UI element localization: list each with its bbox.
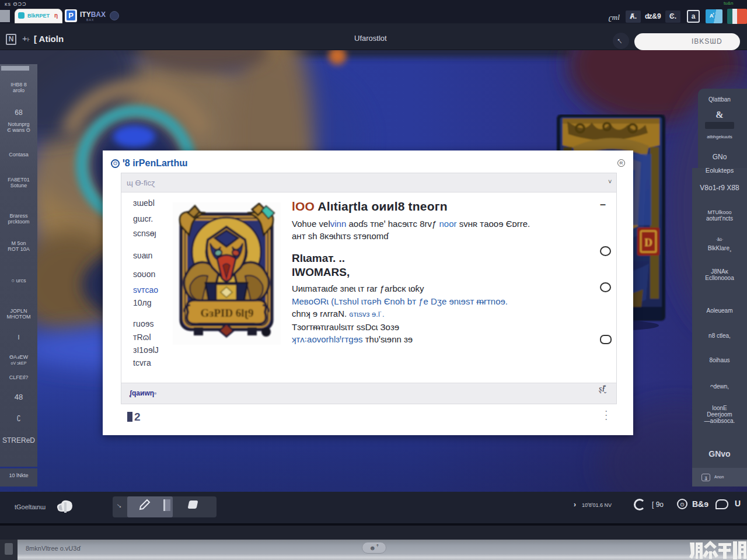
svg-text:D: D (644, 236, 652, 249)
svg-text:GɜPID 6lʈ9: GɜPID 6lʈ9 (201, 307, 254, 319)
